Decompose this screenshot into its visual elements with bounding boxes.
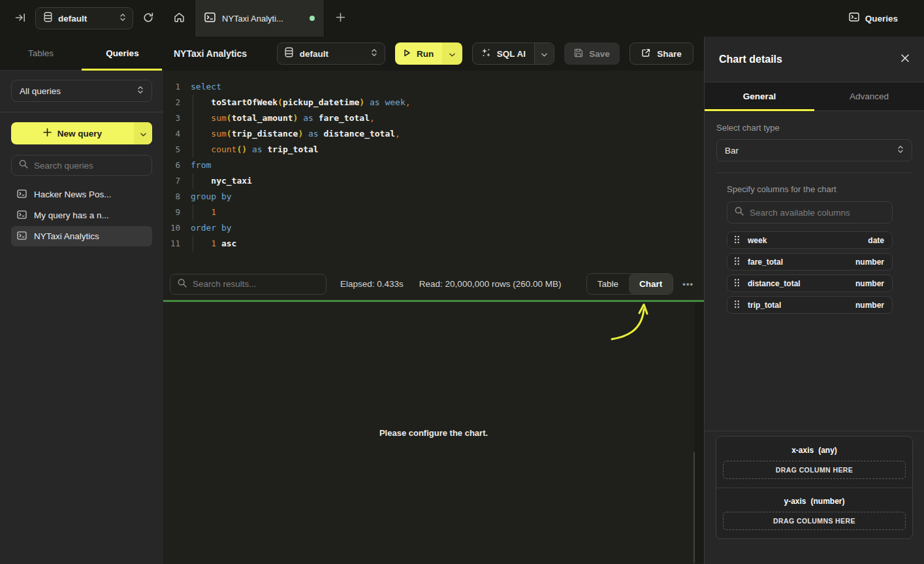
new-tab-button[interactable] bbox=[325, 0, 356, 37]
results-search-input[interactable] bbox=[193, 279, 319, 289]
query-search[interactable] bbox=[11, 155, 152, 176]
sidebar-body: All queries New query bbox=[0, 71, 163, 246]
line-number: 8 bbox=[163, 189, 180, 205]
chart-panel-content: Select chart type Bar Specify columns fo… bbox=[705, 111, 924, 431]
save-button[interactable]: Save bbox=[564, 42, 620, 65]
line-number: 5 bbox=[163, 142, 180, 158]
refresh-button[interactable] bbox=[142, 12, 154, 25]
tab-strip: NYTaxi Analyti... bbox=[163, 0, 849, 37]
query-terminal-icon bbox=[17, 231, 27, 242]
tab-advanced[interactable]: Advanced bbox=[814, 82, 924, 110]
search-icon bbox=[19, 159, 28, 171]
chart-area: Please configure the chart. bbox=[163, 302, 704, 563]
chevron-down-icon bbox=[449, 48, 455, 59]
query-item-label: Hacker News Pos... bbox=[34, 190, 112, 199]
top-bar-left: default bbox=[0, 0, 163, 37]
run-button-main[interactable]: Run bbox=[395, 42, 442, 65]
code-line[interactable]: 1select bbox=[163, 79, 704, 95]
code-line[interactable]: 8group by bbox=[163, 189, 704, 205]
column-chip-distance_total[interactable]: distance_totalnumber bbox=[727, 274, 893, 292]
x-axis-label: x-axis(any) bbox=[723, 446, 906, 455]
more-options-icon[interactable]: ••• bbox=[682, 279, 693, 289]
queries-shortcut-label: Queries bbox=[865, 14, 898, 24]
collapse-sidebar-icon bbox=[14, 12, 26, 25]
new-query-button[interactable]: New query bbox=[11, 122, 152, 144]
code-line[interactable]: 9 1 bbox=[163, 205, 704, 220]
sql-editor[interactable]: 1select2 toStartOfWeek(pickup_datetime) … bbox=[163, 71, 704, 268]
x-axis-dropzone[interactable]: DRAG COLUMN HERE bbox=[723, 461, 906, 479]
toolbar-database-selector[interactable]: default bbox=[277, 42, 385, 65]
code-line[interactable]: 2 toStartOfWeek(pickup_datetime) as week… bbox=[163, 95, 704, 110]
sidebar-tab-queries[interactable]: Queries bbox=[82, 37, 163, 70]
view-tab-table[interactable]: Table bbox=[587, 274, 629, 294]
chart-scrollbar-gutter bbox=[695, 302, 704, 563]
column-name: week bbox=[748, 236, 860, 245]
chevron-down-icon bbox=[140, 127, 146, 139]
column-chip-fare_total[interactable]: fare_totalnumber bbox=[727, 253, 893, 271]
sql-console-app: default NYTaxi Analyti. bbox=[0, 0, 924, 564]
column-chip-week[interactable]: weekdate bbox=[727, 231, 893, 249]
sql-ai-dropdown[interactable] bbox=[534, 43, 554, 64]
y-axis-dropzone[interactable]: DRAG COLUMNS HERE bbox=[723, 512, 906, 530]
sql-ai-button[interactable]: SQL AI bbox=[472, 42, 554, 65]
column-type: number bbox=[855, 279, 884, 288]
new-query-dropdown[interactable] bbox=[134, 122, 152, 144]
chart-scrollbar-thumb[interactable] bbox=[693, 452, 695, 563]
code-line[interactable]: 7 nyc_taxi bbox=[163, 173, 704, 189]
query-search-input[interactable] bbox=[34, 161, 144, 171]
queries-terminal-icon bbox=[849, 12, 859, 24]
chevron-updown-icon bbox=[119, 12, 126, 24]
sql-ai-main[interactable]: SQL AI bbox=[473, 43, 534, 64]
main-area: NYTaxi Analytics default bbox=[163, 37, 704, 564]
y-axis-label: y-axis(number) bbox=[723, 497, 906, 506]
close-icon bbox=[900, 54, 910, 65]
hint-arrow bbox=[609, 303, 650, 343]
line-number: 6 bbox=[163, 158, 180, 173]
query-filter-value: All queries bbox=[20, 86, 137, 96]
chart-type-select[interactable]: Bar bbox=[716, 139, 912, 161]
queries-shortcut[interactable]: Queries bbox=[849, 0, 924, 37]
chart-placeholder-message: Please configure the chart. bbox=[379, 428, 488, 438]
chart-panel-header: Chart details bbox=[705, 37, 924, 82]
sidebar-divider bbox=[0, 112, 163, 112]
code-line[interactable]: 4 sum(trip_distance) as distance_total, bbox=[163, 126, 704, 142]
chevron-updown-icon bbox=[897, 144, 904, 156]
topbar-database-selector[interactable]: default bbox=[35, 7, 133, 29]
query-tab-nytaxi[interactable]: NYTaxi Analyti... bbox=[195, 0, 325, 37]
code-line[interactable]: 3 sum(total_amount) as fare_total, bbox=[163, 110, 704, 126]
tab-general[interactable]: General bbox=[705, 82, 814, 110]
line-number: 11 bbox=[163, 236, 180, 252]
code-line[interactable]: 11 1 asc bbox=[163, 236, 704, 252]
close-panel-button[interactable] bbox=[900, 54, 910, 65]
chart-type-value: Bar bbox=[725, 146, 897, 156]
code-line[interactable]: 5 count() as trip_total bbox=[163, 142, 704, 158]
share-button[interactable]: Share bbox=[629, 42, 693, 65]
column-type: number bbox=[855, 301, 884, 310]
column-name: fare_total bbox=[748, 257, 848, 267]
main-header: NYTaxi Analytics default bbox=[163, 37, 704, 71]
share-label: Share bbox=[657, 49, 682, 59]
new-query-main[interactable]: New query bbox=[11, 122, 134, 144]
query-list-item[interactable]: My query has a n... bbox=[11, 205, 152, 225]
home-tab[interactable] bbox=[163, 0, 195, 37]
query-list-item[interactable]: NYTaxi Analytics bbox=[11, 226, 152, 246]
columns-search[interactable] bbox=[727, 201, 893, 224]
line-number: 2 bbox=[163, 95, 180, 110]
refresh-icon bbox=[142, 12, 154, 25]
run-button[interactable]: Run bbox=[395, 42, 462, 65]
query-filter-select[interactable]: All queries bbox=[11, 80, 152, 102]
axes-footer: x-axis(any) DRAG COLUMN HERE y-axis(numb… bbox=[705, 431, 924, 564]
column-name: trip_total bbox=[748, 301, 848, 310]
columns-search-input[interactable] bbox=[750, 208, 885, 218]
results-search[interactable] bbox=[170, 274, 327, 295]
run-options-dropdown[interactable] bbox=[442, 42, 462, 65]
collapse-sidebar-button[interactable] bbox=[14, 12, 26, 25]
query-list-item[interactable]: Hacker News Pos... bbox=[11, 184, 152, 205]
view-tab-chart[interactable]: Chart bbox=[629, 274, 673, 294]
column-chip-trip_total[interactable]: trip_totalnumber bbox=[727, 296, 893, 314]
code-line[interactable]: 10order by bbox=[163, 220, 704, 236]
sidebar-tab-tables[interactable]: Tables bbox=[0, 37, 82, 70]
search-icon bbox=[735, 207, 744, 218]
search-icon bbox=[178, 278, 187, 290]
code-line[interactable]: 6from bbox=[163, 158, 704, 173]
